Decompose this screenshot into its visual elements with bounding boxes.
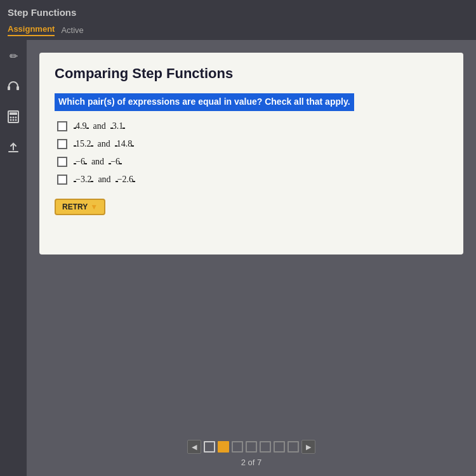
page-dot-3[interactable] — [232, 441, 243, 453]
option-text-3: −6 and −6 — [74, 157, 122, 167]
next-button[interactable]: ▶ — [301, 440, 315, 454]
svg-point-5 — [13, 117, 15, 119]
pencil-icon[interactable]: ✏ — [4, 46, 23, 65]
list-item: 4.9 and 3.1 — [57, 121, 448, 131]
card-title: Comparing Step Functions — [55, 65, 448, 82]
retry-button[interactable]: RETRY ▼ — [55, 199, 105, 215]
page-dot-5[interactable] — [260, 441, 271, 453]
prev-button[interactable]: ◀ — [187, 440, 201, 454]
retry-label: RETRY — [62, 202, 88, 211]
spacer — [27, 261, 476, 432]
svg-point-7 — [10, 119, 12, 121]
svg-point-6 — [15, 117, 17, 119]
upload-icon[interactable] — [4, 138, 23, 157]
top-bar: Step Functions — [0, 0, 476, 23]
option-text-1: 4.9 and 3.1 — [74, 121, 125, 131]
option-checkbox-4[interactable] — [57, 175, 67, 185]
svg-rect-0 — [8, 86, 10, 90]
svg-point-4 — [10, 117, 12, 119]
retry-chevron-icon: ▼ — [90, 202, 98, 211]
page-dot-6[interactable] — [274, 441, 285, 453]
sidebar: ✏ — [0, 40, 27, 476]
breadcrumb-assignment[interactable]: Assignment — [8, 24, 55, 36]
svg-rect-1 — [17, 86, 19, 90]
page-controls: ◀ ▶ — [187, 440, 315, 454]
headphones-icon[interactable] — [4, 77, 23, 96]
page-dot-4[interactable] — [246, 441, 257, 453]
calculator-icon[interactable] — [4, 107, 23, 126]
content-area: Comparing Step Functions Which pair(s) o… — [27, 40, 476, 476]
option-checkbox-1[interactable] — [57, 121, 67, 131]
list-item: 15.2 and 14.8 — [57, 139, 448, 149]
page-dot-2[interactable] — [218, 441, 229, 453]
page-dot-7[interactable] — [288, 441, 299, 453]
page-counter: 2 of 7 — [241, 458, 262, 467]
main-wrapper: ✏ — [0, 40, 476, 476]
page-dot-1[interactable] — [204, 441, 215, 453]
breadcrumb-active: Active — [61, 25, 83, 35]
bottom-nav: ◀ ▶ 2 of 7 — [27, 432, 476, 476]
svg-point-8 — [13, 119, 15, 121]
question-prompt: Which pair(s) of expressions are equal i… — [55, 93, 354, 111]
question-card: Comparing Step Functions Which pair(s) o… — [39, 53, 463, 255]
svg-rect-3 — [10, 112, 17, 115]
page-title: Step Functions — [8, 7, 76, 18]
svg-point-9 — [15, 119, 17, 121]
list-item: −3.2 and −2.6 — [57, 175, 448, 185]
option-text-4: −3.2 and −2.6 — [74, 175, 135, 185]
option-checkbox-3[interactable] — [57, 157, 67, 167]
breadcrumb: Assignment Active — [0, 23, 476, 40]
option-checkbox-2[interactable] — [57, 139, 67, 149]
option-text-2: 15.2 and 14.8 — [74, 139, 134, 149]
options-list: 4.9 and 3.1 15.2 and 14.8 — [57, 121, 448, 185]
list-item: −6 and −6 — [57, 157, 448, 167]
